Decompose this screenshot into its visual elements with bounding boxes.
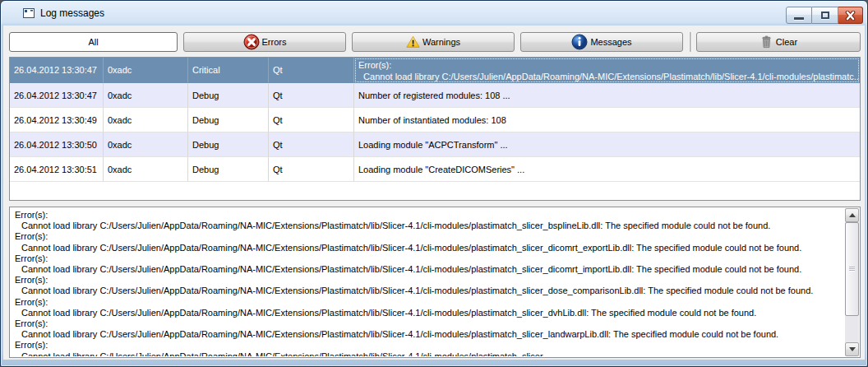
error-header: Error(s): bbox=[15, 297, 842, 308]
cell-origin: Qt bbox=[269, 58, 354, 83]
filter-all-button[interactable]: All bbox=[9, 32, 178, 52]
scrollbar-thumb[interactable] bbox=[845, 222, 859, 316]
cell-origin: Qt bbox=[269, 157, 354, 182]
maximize-icon bbox=[821, 12, 829, 19]
log-messages-window: Log messages All Errors bbox=[0, 0, 868, 367]
message-line: Loading module "CreateDICOMSeries" ... bbox=[358, 165, 524, 174]
cell-thread: 0xadc bbox=[104, 83, 188, 108]
cell-level: Debug bbox=[188, 132, 269, 157]
error-body: Cannot load library C:/Users/Julien/AppD… bbox=[15, 329, 842, 340]
arrow-up-icon bbox=[849, 213, 856, 217]
filter-errors-button[interactable]: Errors bbox=[183, 32, 346, 52]
error-header: Error(s): bbox=[15, 253, 842, 264]
info-icon bbox=[571, 34, 588, 50]
log-row[interactable]: 26.04.2012 13:30:490xadcDebugQtNumber of… bbox=[10, 108, 860, 132]
filter-all-label: All bbox=[88, 37, 98, 47]
log-row[interactable]: 26.04.2012 13:30:470xadcCriticalQtError(… bbox=[10, 58, 860, 83]
filter-messages-label: Messages bbox=[590, 37, 631, 47]
filter-errors-label: Errors bbox=[262, 37, 287, 47]
error-body: Cannot load library C:/Users/Julien/AppD… bbox=[15, 286, 842, 296]
maximize-button[interactable] bbox=[812, 7, 838, 24]
trash-icon bbox=[760, 35, 773, 49]
log-row[interactable]: 26.04.2012 13:30:510xadcDebugQtLoading m… bbox=[10, 157, 860, 182]
cell-message: Loading module "ACPCTransform" ... bbox=[354, 132, 860, 157]
window-title: Log messages bbox=[40, 7, 104, 19]
message-line: Number of instantiated modules: 108 bbox=[358, 115, 506, 125]
cell-thread: 0xadc bbox=[104, 58, 188, 83]
cell-level: Debug bbox=[188, 108, 269, 132]
window-controls bbox=[786, 7, 863, 24]
error-body: Cannot load library C:/Users/Julien/AppD… bbox=[15, 308, 842, 318]
cell-origin: Qt bbox=[269, 83, 354, 108]
error-header: Error(s): bbox=[15, 340, 842, 351]
client-area: All Errors Warnings bbox=[3, 26, 865, 360]
cell-message: Number of instantiated modules: 108 bbox=[354, 108, 860, 132]
error-header: Error(s): bbox=[15, 210, 842, 221]
error-header: Error(s): bbox=[15, 275, 842, 286]
cell-message: Number of registered modules: 108 ... bbox=[354, 83, 860, 108]
app-icon bbox=[22, 7, 35, 20]
error-body: Cannot load library C:/Users/Julien/AppD… bbox=[15, 221, 842, 231]
cell-thread: 0xadc bbox=[104, 157, 188, 182]
cell-origin: Qt bbox=[269, 132, 354, 157]
filter-messages-button[interactable]: Messages bbox=[520, 32, 683, 52]
arrow-down-icon bbox=[849, 347, 856, 351]
minimize-icon bbox=[794, 17, 804, 20]
error-body: Cannot load library C:/Users/Julien/AppD… bbox=[15, 264, 842, 275]
cell-level: Critical bbox=[188, 58, 269, 83]
error-icon bbox=[243, 34, 260, 50]
minimize-button[interactable] bbox=[786, 7, 812, 24]
scroll-down-button[interactable] bbox=[845, 342, 859, 356]
cell-thread: 0xadc bbox=[104, 132, 188, 157]
toolbar-separator bbox=[690, 32, 691, 52]
vertical-scrollbar[interactable] bbox=[845, 208, 859, 356]
scroll-up-button[interactable] bbox=[845, 208, 859, 222]
close-icon bbox=[845, 11, 856, 21]
cell-level: Debug bbox=[188, 83, 269, 108]
clear-label: Clear bbox=[776, 37, 797, 47]
log-row[interactable]: 26.04.2012 13:30:470xadcDebugQtNumber of… bbox=[10, 83, 860, 108]
error-body: Cannot load library C:/Users/Julien/AppD… bbox=[15, 243, 842, 253]
message-line: Error(s): bbox=[358, 59, 860, 71]
detail-pane[interactable]: Error(s):Cannot load library C:/Users/Ju… bbox=[9, 207, 861, 358]
titlebar[interactable]: Log messages bbox=[1, 1, 867, 26]
clear-button[interactable]: Clear bbox=[696, 32, 861, 52]
cell-timestamp: 26.04.2012 13:30:47 bbox=[10, 58, 104, 83]
cell-timestamp: 26.04.2012 13:30:50 bbox=[10, 132, 104, 157]
warning-icon bbox=[406, 35, 420, 49]
error-header: Error(s): bbox=[15, 318, 842, 329]
log-row[interactable]: 26.04.2012 13:30:500xadcDebugQtLoading m… bbox=[10, 132, 860, 157]
cell-timestamp: 26.04.2012 13:30:47 bbox=[10, 83, 104, 108]
message-line: Number of registered modules: 108 ... bbox=[358, 91, 510, 100]
log-table[interactable]: 26.04.2012 13:30:470xadcCriticalQtError(… bbox=[9, 57, 861, 201]
scrollbar-grip-icon bbox=[849, 267, 855, 272]
close-button[interactable] bbox=[838, 7, 863, 24]
message-line: Loading module "ACPCTransform" ... bbox=[358, 140, 508, 150]
error-body: Cannot load library C:/Users/Julien/AppD… bbox=[15, 351, 842, 356]
message-line: Cannot load library C:/Users/Julien/AppD… bbox=[358, 71, 860, 82]
cell-message: Loading module "CreateDICOMSeries" ... bbox=[354, 157, 860, 182]
cell-origin: Qt bbox=[269, 108, 354, 132]
error-header: Error(s): bbox=[15, 231, 842, 242]
cell-timestamp: 26.04.2012 13:30:51 bbox=[10, 157, 104, 182]
cell-message: Error(s): Cannot load library C:/Users/J… bbox=[354, 58, 860, 83]
cell-timestamp: 26.04.2012 13:30:49 bbox=[10, 108, 104, 132]
filter-warnings-button[interactable]: Warnings bbox=[352, 32, 515, 52]
cell-level: Debug bbox=[188, 157, 269, 182]
scrollbar-track[interactable] bbox=[845, 222, 859, 342]
cell-thread: 0xadc bbox=[104, 108, 188, 132]
detail-text: Error(s):Cannot load library C:/Users/Ju… bbox=[15, 210, 842, 356]
filter-warnings-label: Warnings bbox=[422, 37, 460, 47]
